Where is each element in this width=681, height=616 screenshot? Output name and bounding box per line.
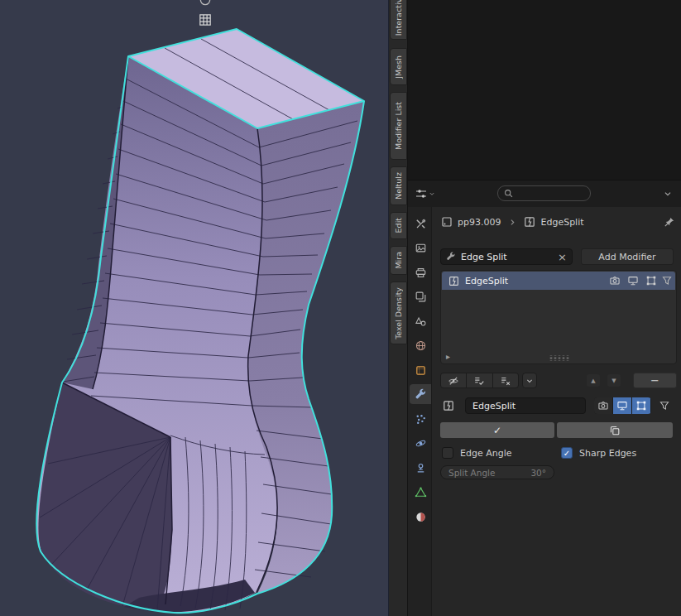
chevron-right-icon [507,217,518,228]
tab-object[interactable] [410,360,431,380]
outliner-panel[interactable] [408,0,681,180]
eye-off-icon [448,375,459,387]
remove-modifier-button[interactable]: − [633,373,677,388]
add-modifier-dropdown[interactable]: Add Modifier [581,248,674,265]
tab-label: JMesh [394,55,403,79]
printer-icon [415,267,427,279]
modifier-type-icon [442,399,455,412]
properties-body: pp93.009 EdgeSplit Edge Split × Add Modi… [408,207,681,616]
breadcrumb: pp93.009 EdgeSplit [432,214,681,230]
tab-particles[interactable] [410,409,431,429]
tab-view-layer[interactable] [410,286,431,306]
particles-icon [415,413,427,426]
3d-viewport[interactable] [0,0,388,616]
clear-search-button[interactable]: × [558,252,567,262]
list-check-icon [473,375,485,387]
tab-label: Modifier List [394,102,403,150]
sidebar-tab-interactive[interactable]: Interactive [390,0,407,40]
editor-type-button[interactable] [415,186,441,201]
modifier-row-name: EdgeSplit [465,276,508,286]
monitor-icon [616,400,628,411]
material-sphere-icon [415,511,427,523]
sharp-edges-checkbox[interactable]: ✓ [561,447,573,459]
editmode-icon [635,400,647,411]
split-angle-label: Split Angle [448,468,496,478]
snap-icon[interactable] [197,0,213,8]
move-up-button[interactable]: ▲ [587,374,600,387]
physics-icon [415,437,427,450]
tab-label: Neltulz [394,172,403,200]
tab-label: Edit [394,218,403,233]
modifier-list: EdgeSplit ▸ [440,270,677,364]
tab-object-data[interactable] [410,482,431,502]
scene-icon [415,315,427,328]
modifier-icon [448,275,460,287]
right-panel: pp93.009 EdgeSplit Edge Split × Add Modi… [407,0,681,616]
funnel-icon [659,400,670,411]
tab-physics[interactable] [410,433,431,453]
delete-all-button[interactable] [493,373,518,387]
apply-all-button[interactable] [467,373,492,387]
toggle-visibility-button[interactable] [441,373,466,387]
editmode-toggle-button[interactable] [632,397,650,414]
tab-render[interactable] [410,238,431,257]
apply-modifier-button[interactable]: ✓ [440,422,554,438]
tab-tool[interactable] [410,214,431,233]
list-resize-grip[interactable] [549,355,570,361]
properties-tab-column [408,207,432,616]
search-icon [503,188,514,199]
funnel-icon[interactable] [661,275,673,286]
tab-label: Texel Density [394,287,403,339]
modifier-list-row[interactable]: EdgeSplit [442,272,675,290]
header-options-button[interactable] [659,186,676,201]
modifier-icon [523,215,536,229]
modifier-search-input[interactable]: Edge Split × [440,248,573,265]
tab-output[interactable] [410,262,431,282]
move-down-button[interactable]: ▼ [607,374,621,387]
tool-icon [415,218,427,230]
properties-content: pp93.009 EdgeSplit Edge Split × Add Modi… [432,207,681,616]
tab-material[interactable] [410,507,431,527]
sidebar-tab-neltulz[interactable]: Neltulz [390,166,407,205]
sidebar-tab-edit[interactable]: Edit [390,212,407,239]
properties-search-input[interactable] [497,185,591,201]
globe-icon [415,339,427,352]
camera-icon[interactable] [609,275,621,286]
sharp-edges-label: Sharp Edges [579,448,636,459]
tab-world[interactable] [410,335,431,355]
pin-icon[interactable] [663,216,675,229]
tab-modifiers[interactable] [410,384,431,404]
object-data-icon [440,215,453,229]
tab-constraints[interactable] [410,458,431,478]
list-x-icon [500,375,511,387]
wrench-icon [415,388,427,401]
mesh-object[interactable] [0,0,388,616]
extras-menu-button[interactable] [522,373,537,388]
copy-icon [609,425,621,436]
render-icon [415,242,427,254]
camera-icon [597,400,609,411]
properties-editor-icon [415,187,428,200]
modifier-name-field[interactable]: EdgeSplit [465,397,586,414]
modifier-display-toggles [594,397,651,414]
edge-angle-checkbox[interactable] [442,447,453,459]
duplicate-modifier-button[interactable] [557,422,673,438]
sidebar-tab-jmesh[interactable]: JMesh [390,48,407,85]
monitor-icon[interactable] [627,275,639,286]
realtime-toggle-button[interactable] [613,397,631,414]
grid-icon[interactable] [197,12,213,28]
sidebar-tab-modifier-list[interactable]: Modifier List [390,92,407,160]
split-angle-slider[interactable]: Split Angle 30° [440,465,554,479]
mesh-data-icon [415,486,427,498]
list-expand-icon[interactable]: ▸ [446,352,450,361]
render-toggle-button[interactable] [594,397,612,414]
sidebar-tab-mira[interactable]: Mira [390,246,407,275]
wrench-icon [446,252,456,262]
tab-label: Mira [394,252,403,269]
tab-scene[interactable] [410,311,431,331]
modifier-search-value: Edge Split [461,252,558,262]
object-icon [415,364,427,377]
cage-toggle-button[interactable] [655,398,674,413]
editmode-icon[interactable] [645,275,657,286]
sidebar-tab-texel-density[interactable]: Texel Density [390,282,407,344]
